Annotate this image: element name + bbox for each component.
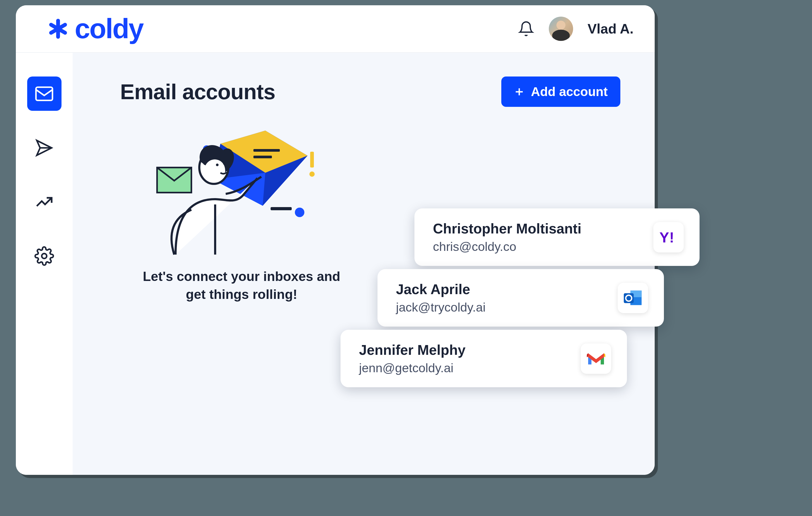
trending-icon: [34, 192, 54, 212]
yahoo-icon: Y!: [654, 222, 684, 252]
plus-icon: [514, 87, 524, 97]
add-account-label: Add account: [531, 84, 608, 99]
account-name: Christopher Moltisanti: [433, 220, 654, 237]
account-email: jack@trycoldy.ai: [396, 300, 618, 314]
send-icon: [34, 138, 54, 158]
svg-rect-9: [310, 152, 314, 168]
outlook-icon: [618, 283, 648, 313]
sidebar-item-send[interactable]: [27, 130, 61, 165]
sidebar: [16, 53, 72, 475]
user-name[interactable]: Vlad A.: [588, 21, 634, 37]
app-window: coldy Vlad A.: [16, 5, 655, 475]
svg-rect-8: [270, 207, 292, 210]
svg-point-4: [42, 253, 47, 259]
empty-state-illustration: Let's connect your inboxes and get thing…: [131, 120, 342, 303]
account-card[interactable]: Jennifer Melphy jenn@getcoldy.ai: [341, 330, 627, 387]
logo-asterisk-icon: [46, 17, 70, 41]
svg-point-15: [223, 162, 226, 165]
add-account-button[interactable]: Add account: [501, 77, 620, 107]
svg-point-14: [216, 163, 219, 166]
app-header: coldy Vlad A.: [16, 5, 655, 53]
empty-state-text: Let's connect your inboxes and get thing…: [120, 268, 363, 303]
svg-rect-11: [254, 149, 280, 152]
sidebar-item-inbox[interactable]: [27, 77, 61, 111]
svg-point-7: [295, 208, 304, 217]
svg-text:!: !: [669, 229, 674, 246]
account-email: jenn@getcoldy.ai: [359, 361, 581, 375]
notifications-icon[interactable]: [518, 21, 534, 37]
sidebar-item-settings[interactable]: [27, 239, 61, 273]
svg-text:Y: Y: [660, 229, 669, 246]
brand-name: coldy: [75, 13, 143, 44]
page-title: Email accounts: [120, 80, 275, 104]
account-email: chris@coldy.co: [433, 239, 654, 254]
gear-icon: [34, 246, 54, 266]
account-card[interactable]: Christopher Moltisanti chris@coldy.co Y!: [414, 208, 700, 266]
account-name: Jennifer Melphy: [359, 342, 581, 358]
mail-icon: [34, 84, 54, 104]
header-actions: Vlad A.: [518, 17, 634, 41]
account-name: Jack Aprile: [396, 281, 618, 297]
gmail-icon: [581, 343, 611, 374]
svg-rect-3: [36, 87, 53, 100]
sidebar-item-analytics[interactable]: [27, 185, 61, 219]
user-avatar[interactable]: [549, 17, 573, 41]
brand-logo[interactable]: coldy: [46, 13, 143, 44]
svg-point-10: [309, 172, 315, 177]
main-header: Email accounts Add account: [120, 77, 634, 107]
svg-rect-12: [254, 156, 272, 158]
account-card[interactable]: Jack Aprile jack@trycoldy.ai: [377, 269, 664, 327]
